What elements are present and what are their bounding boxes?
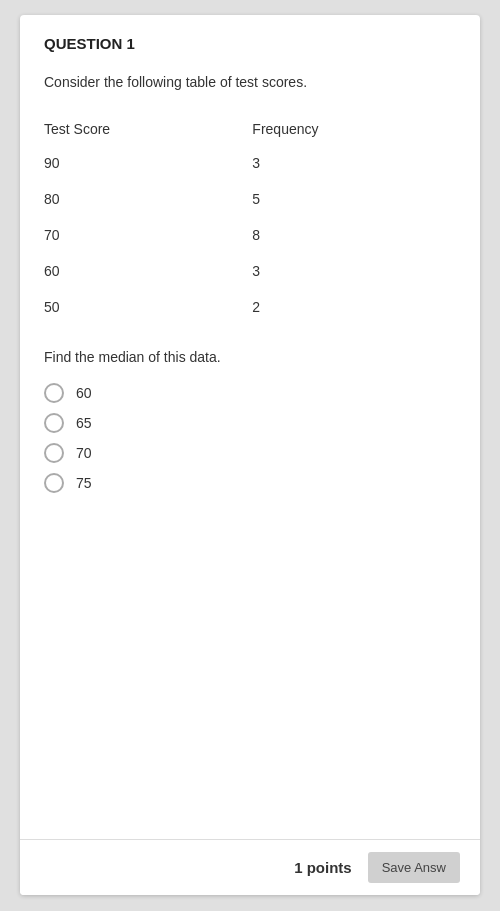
radio-button[interactable] (44, 413, 64, 433)
frequency-cell: 5 (172, 181, 456, 217)
option-label: 65 (76, 415, 92, 431)
option-label: 75 (76, 475, 92, 491)
table-row: 603 (44, 253, 456, 289)
list-item[interactable]: 75 (44, 473, 456, 493)
question-card: QUESTION 1 Consider the following table … (20, 15, 480, 895)
table-row: 903 (44, 145, 456, 181)
answer-options: 60657075 (44, 383, 456, 493)
frequency-cell: 2 (172, 289, 456, 325)
radio-button[interactable] (44, 383, 64, 403)
option-label: 70 (76, 445, 92, 461)
score-cell: 50 (44, 289, 172, 325)
card-body: QUESTION 1 Consider the following table … (20, 15, 480, 839)
table-row: 708 (44, 217, 456, 253)
col2-header: Frequency (172, 113, 456, 145)
prompt-text: Find the median of this data. (44, 349, 456, 365)
score-table: Test Score Frequency 903805708603502 (44, 113, 456, 325)
intro-text: Consider the following table of test sco… (44, 72, 456, 93)
radio-button[interactable] (44, 473, 64, 493)
score-cell: 70 (44, 217, 172, 253)
frequency-cell: 3 (172, 145, 456, 181)
frequency-cell: 8 (172, 217, 456, 253)
score-cell: 80 (44, 181, 172, 217)
radio-button[interactable] (44, 443, 64, 463)
save-answer-button[interactable]: Save Answ (368, 852, 460, 883)
list-item[interactable]: 70 (44, 443, 456, 463)
col1-header: Test Score (44, 113, 172, 145)
option-label: 60 (76, 385, 92, 401)
frequency-cell: 3 (172, 253, 456, 289)
score-cell: 90 (44, 145, 172, 181)
question-label: QUESTION 1 (44, 35, 456, 52)
table-row: 502 (44, 289, 456, 325)
list-item[interactable]: 60 (44, 383, 456, 403)
score-cell: 60 (44, 253, 172, 289)
points-label: 1 points (294, 859, 352, 876)
table-row: 805 (44, 181, 456, 217)
list-item[interactable]: 65 (44, 413, 456, 433)
card-footer: 1 points Save Answ (20, 839, 480, 895)
